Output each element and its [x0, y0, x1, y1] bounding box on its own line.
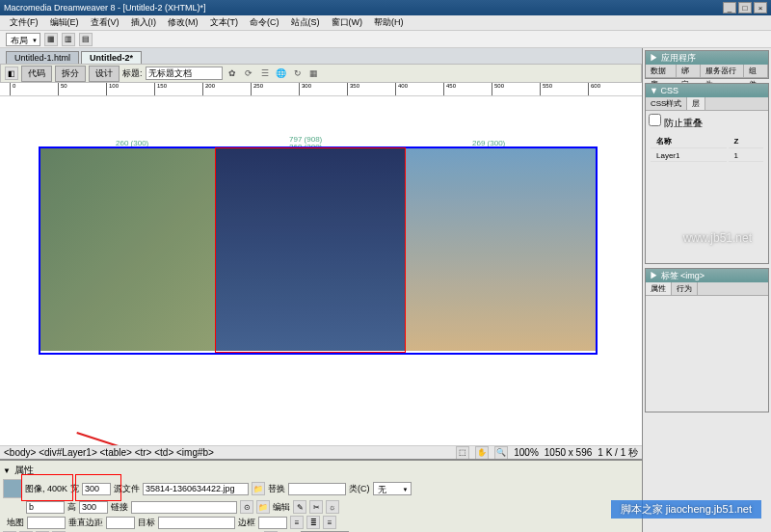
- align-center-icon[interactable]: ≣: [306, 516, 320, 529]
- refresh-icon[interactable]: ↻: [291, 66, 305, 80]
- menu-site[interactable]: 站点(S): [287, 16, 324, 29]
- app-panel-header[interactable]: ▶ 应用程序: [646, 51, 768, 65]
- watermark-url: www.jb51.net: [683, 231, 752, 245]
- prevent-overlap-checkbox[interactable]: 防止重叠: [649, 118, 703, 128]
- app-panel: ▶ 应用程序 数据库 绑定 服务器行为 组件: [645, 50, 769, 79]
- validate-icon[interactable]: ✿: [226, 66, 239, 80]
- menu-file[interactable]: 文件(F): [6, 16, 42, 29]
- border-label: 边框: [238, 517, 255, 529]
- alt-input[interactable]: [288, 483, 346, 495]
- menu-edit[interactable]: 编辑(E): [46, 16, 83, 29]
- map-label: 地图: [7, 517, 24, 529]
- window-title: Macromedia Dreamweaver 8 - [Untitled-2 (…: [4, 3, 723, 13]
- design-canvas[interactable]: 797 (908) 260 (300) 260 (300) 269 (300): [0, 96, 642, 445]
- hand-tool-icon[interactable]: ✋: [475, 446, 489, 460]
- col-z: Z: [729, 135, 763, 148]
- code-view-button[interactable]: 代码: [21, 66, 52, 82]
- tab-attributes[interactable]: 属性: [646, 282, 672, 295]
- target-label: 目标: [138, 517, 155, 529]
- alt-label: 替换: [268, 483, 285, 495]
- target-input[interactable]: [158, 517, 235, 529]
- align-left-icon[interactable]: ≡: [290, 516, 304, 529]
- preview-icon[interactable]: 🌐: [275, 66, 288, 80]
- image-cell-1[interactable]: [40, 148, 216, 351]
- download-time: 1 K / 1 秒: [598, 446, 638, 460]
- map-input[interactable]: [27, 517, 66, 529]
- menu-text[interactable]: 文本(T): [206, 16, 243, 29]
- id-input[interactable]: [26, 501, 65, 514]
- expanded-mode-icon[interactable]: ▥: [62, 33, 75, 46]
- window-size[interactable]: 1050 x 596: [545, 447, 593, 458]
- col-name: 名称: [651, 135, 727, 148]
- split-view-button[interactable]: 拆分: [55, 66, 86, 82]
- title-label: 标题:: [122, 67, 143, 80]
- link-input[interactable]: [131, 501, 237, 514]
- tag-panel-header[interactable]: ▶ 标签 <img>: [646, 269, 768, 282]
- design-view-button[interactable]: 设计: [89, 66, 120, 82]
- tab-database[interactable]: 数据库: [646, 65, 677, 77]
- file-mgmt-icon[interactable]: ☰: [258, 66, 272, 80]
- image-thumbnail-icon[interactable]: [3, 479, 22, 498]
- src-input[interactable]: [143, 483, 249, 495]
- tag-path[interactable]: <body> <div#Layer1> <table> <tr> <td> <i…: [4, 447, 214, 458]
- tab-css-styles[interactable]: CSS样式: [646, 97, 687, 110]
- menu-view[interactable]: 查看(V): [87, 16, 123, 29]
- menu-help[interactable]: 帮助(H): [370, 16, 408, 29]
- menu-insert[interactable]: 插入(I): [127, 16, 161, 29]
- menu-modify[interactable]: 修改(M): [164, 16, 202, 29]
- horizontal-ruler: 0 50 100 150 200 250 300 350 400 450 500…: [0, 83, 642, 96]
- maximize-button[interactable]: □: [738, 2, 752, 13]
- align-right-icon[interactable]: ≡: [323, 516, 336, 529]
- selection-outline: [215, 147, 406, 353]
- document-tabs: Untitled-1.html Untitled-2*: [0, 48, 642, 64]
- tab-bindings[interactable]: 绑定: [677, 65, 701, 77]
- folder-icon-2[interactable]: 📁: [256, 500, 270, 514]
- tab-behaviors[interactable]: 行为: [672, 282, 698, 295]
- point-to-file-icon[interactable]: ⊙: [240, 500, 253, 514]
- annotation-box-1: [21, 474, 73, 501]
- zoom-level[interactable]: 100%: [514, 447, 539, 458]
- panel-collapse-icon[interactable]: ▼: [3, 466, 11, 475]
- close-button[interactable]: ×: [754, 2, 767, 13]
- select-tool-icon[interactable]: ⬚: [456, 446, 469, 460]
- insert-toolbar: 布局 ▦ ▥ ▤: [0, 31, 771, 48]
- watermark-brand: 脚本之家 jiaocheng.jb51.net: [611, 500, 761, 519]
- folder-icon[interactable]: 📁: [252, 482, 265, 495]
- crop-icon[interactable]: ✂: [309, 500, 323, 514]
- fireworks-edit-icon[interactable]: ✎: [293, 500, 306, 514]
- code-view-icon: ◧: [5, 66, 18, 80]
- tab-components[interactable]: 组件: [744, 65, 768, 77]
- doc-tab-2[interactable]: Untitled-2*: [81, 51, 142, 64]
- vspace-label: 垂直边距: [68, 517, 103, 529]
- class-label: 类(C): [349, 483, 370, 495]
- menu-commands[interactable]: 命令(C): [246, 16, 283, 29]
- title-input[interactable]: [146, 66, 223, 80]
- tab-server-behav[interactable]: 服务器行为: [701, 65, 745, 77]
- layer-row[interactable]: Layer11: [651, 150, 763, 162]
- image-cell-3[interactable]: [405, 148, 596, 351]
- css-panel-header[interactable]: ▼ CSS: [646, 84, 768, 97]
- tag-selector-bar: <body> <div#Layer1> <table> <tr> <td> <i…: [0, 445, 642, 459]
- minimize-button[interactable]: _: [723, 2, 736, 13]
- menu-bar: 文件(F) 编辑(E) 查看(V) 插入(I) 修改(M) 文本(T) 命令(C…: [0, 15, 771, 31]
- standard-mode-icon[interactable]: ▦: [44, 33, 58, 46]
- tag-panel: ▶ 标签 <img> 属性 行为: [645, 268, 769, 412]
- height-label: 高: [67, 501, 76, 514]
- class-dropdown[interactable]: 无: [373, 482, 412, 495]
- brightness-icon[interactable]: ☼: [326, 500, 339, 514]
- zoom-tool-icon[interactable]: 🔍: [494, 446, 508, 460]
- link-label: 链接: [111, 501, 128, 514]
- border-input[interactable]: [258, 517, 287, 529]
- layout-mode-icon[interactable]: ▤: [79, 33, 93, 46]
- tab-layers[interactable]: 层: [687, 97, 705, 110]
- vspace-input[interactable]: [106, 517, 135, 529]
- height-input[interactable]: [79, 501, 108, 514]
- menu-window[interactable]: 窗口(W): [328, 16, 367, 29]
- browser-check-icon[interactable]: ⟳: [242, 66, 255, 80]
- edit-label: 编辑: [273, 501, 290, 514]
- view-options-icon[interactable]: ▦: [307, 66, 321, 80]
- insert-category-dropdown[interactable]: 布局: [6, 33, 40, 46]
- annotation-arrow: [76, 432, 352, 445]
- doc-tab-1[interactable]: Untitled-1.html: [6, 51, 79, 64]
- document-toolbar: ◧ 代码 拆分 设计 标题: ✿ ⟳ ☰ 🌐 ↻ ▦: [0, 64, 642, 83]
